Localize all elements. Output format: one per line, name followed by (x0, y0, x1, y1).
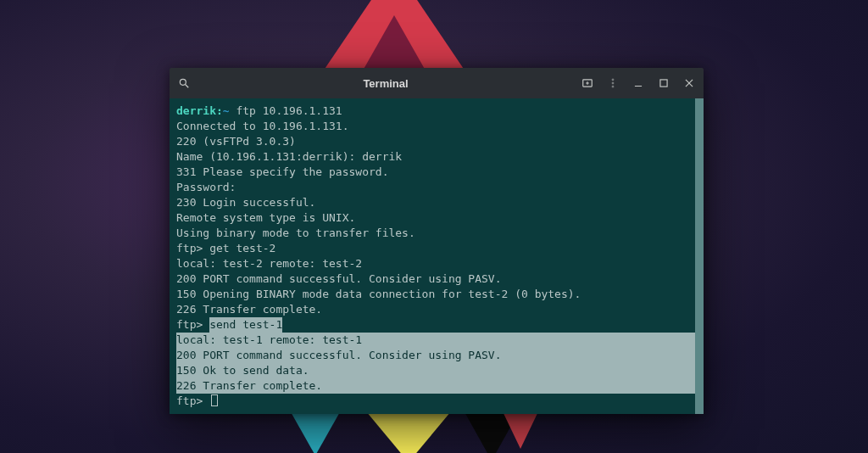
ftp-prompt-line: ftp> (176, 394, 704, 409)
svg-line-1 (186, 85, 189, 88)
svg-rect-9 (660, 80, 667, 87)
ftp-prompt: ftp> (176, 318, 209, 331)
window-title: Terminal (190, 77, 581, 90)
prompt-command: ftp 10.196.1.131 (236, 104, 342, 117)
terminal-window: Terminal derrik:~ ftp 10.196.1.131 Conne… (170, 68, 704, 414)
ftp-prompt-line: ftp> send test-1 (176, 317, 704, 333)
scrollbar-thumb[interactable] (695, 98, 704, 414)
output-line: 226 Transfer complete. (176, 302, 704, 317)
output-line: Remote system type is UNIX. (176, 210, 704, 226)
new-tab-icon[interactable] (581, 77, 593, 89)
svg-point-0 (180, 79, 186, 85)
selected-line: local: test-1 remote: test-1 (176, 333, 704, 348)
ftp-prompt: ftp> (176, 242, 209, 254)
selected-line: 226 Transfer complete. (176, 378, 704, 394)
maximize-icon[interactable] (658, 77, 670, 89)
prompt-line: derrik:~ ftp 10.196.1.131 (176, 103, 704, 119)
prompt-user-host: derrik: (176, 104, 223, 117)
output-line: Using binary mode to transfer files. (176, 226, 704, 241)
output-line: Name (10.196.1.131:derrik): derrik (176, 149, 704, 165)
search-icon[interactable] (178, 77, 190, 89)
close-icon[interactable] (683, 77, 695, 89)
output-line: Connected to 10.196.1.131. (176, 119, 704, 134)
output-line: 220 (vsFTPd 3.0.3) (176, 134, 704, 149)
svg-point-5 (612, 79, 614, 81)
output-line: local: test-2 remote: test-2 (176, 256, 704, 271)
ftp-prompt: ftp> (176, 394, 209, 407)
svg-point-7 (612, 86, 614, 87)
output-line: Password: (176, 180, 704, 195)
menu-icon[interactable] (607, 77, 619, 89)
terminal-body[interactable]: derrik:~ ftp 10.196.1.131 Connected to 1… (170, 98, 704, 414)
prompt-tilde: ~ (223, 104, 230, 117)
text-cursor (211, 394, 218, 406)
titlebar[interactable]: Terminal (170, 68, 704, 98)
selected-line: 200 PORT command successful. Consider us… (176, 348, 704, 363)
svg-point-6 (612, 82, 614, 84)
selected-line: 150 Ok to send data. (176, 363, 704, 378)
ftp-command: get test-2 (209, 242, 275, 254)
output-line: 230 Login successful. (176, 195, 704, 210)
selected-text: send test-1 (209, 317, 282, 333)
output-line: 331 Please specify the password. (176, 165, 704, 180)
minimize-icon[interactable] (632, 77, 644, 89)
ftp-prompt-line: ftp> get test-2 (176, 241, 704, 256)
scrollbar[interactable] (695, 98, 704, 414)
output-line: 150 Opening BINARY mode data connection … (176, 287, 704, 302)
output-line: 200 PORT command successful. Consider us… (176, 271, 704, 287)
